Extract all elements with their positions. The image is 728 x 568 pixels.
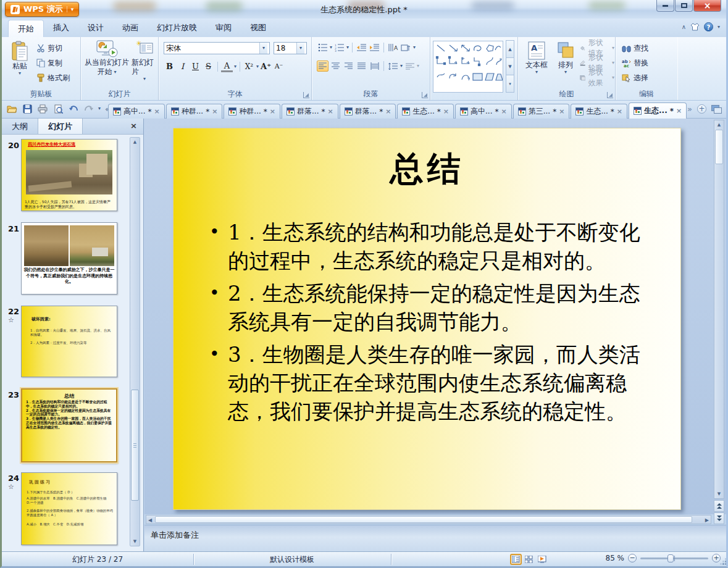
paste-button[interactable]: 粘贴 ▾: [7, 41, 33, 76]
notes-pane[interactable]: 单击添加备注: [144, 525, 728, 551]
doc-tab-4[interactable]: 群落...*×: [282, 104, 338, 119]
format-painter-button[interactable]: 格式刷: [36, 72, 70, 84]
play-from-current-dropdown-icon[interactable]: ▾: [114, 70, 116, 75]
tab-close-icon[interactable]: ×: [501, 107, 506, 115]
slide-24-thumbnail[interactable]: 巩固练习 1.下列属于生态系统的是（ D ） A.池塘中的水草 B.池塘中的鱼 …: [21, 472, 117, 545]
window-resize-grip[interactable]: [725, 563, 727, 565]
tab-view[interactable]: 视图: [241, 19, 275, 37]
doc-tab-2[interactable]: 种群...*×: [166, 104, 223, 119]
new-slide-button[interactable]: ✳ 新幻灯片 ▾: [132, 40, 157, 81]
tab-close-icon[interactable]: ×: [617, 107, 622, 115]
skin-switch-icon[interactable]: [690, 23, 700, 31]
print-button[interactable]: [36, 102, 49, 115]
doc-tab-5[interactable]: 群落...*×: [340, 104, 396, 119]
doc-tab-7[interactable]: 高中...*×: [455, 104, 512, 119]
horizontal-scrollbar[interactable]: ◀ ▶: [146, 515, 711, 524]
scroll-up-icon[interactable]: ▲: [130, 140, 140, 144]
tab-home[interactable]: 开始: [8, 20, 44, 37]
open-button[interactable]: [6, 102, 18, 115]
shapes-scroll-up-icon[interactable]: ▲: [506, 40, 514, 58]
close-button[interactable]: ×: [693, 0, 721, 12]
normal-view-button[interactable]: [510, 554, 522, 565]
numbering-icon[interactable]: 123: [333, 42, 345, 53]
slide-bullet-1[interactable]: 1．生态系统的结构和功能总是处于不断变化的过程中，生态系统的稳定只是相对的。: [203, 218, 656, 275]
align-left-icon[interactable]: [317, 61, 328, 72]
replace-button[interactable]: abac 替换: [622, 57, 648, 69]
doc-tab-6[interactable]: 生态...*×: [397, 104, 454, 119]
strikethrough-button[interactable]: S: [203, 61, 214, 72]
font-dialog-launcher-icon[interactable]: [303, 92, 309, 98]
bold-button[interactable]: B: [164, 61, 175, 72]
slide-22-thumbnail[interactable]: 破坏因素: 1．自然因素：火山爆发、地震、泥石流、洪水、台风和海啸。 2．人为因…: [21, 306, 117, 377]
new-document-tab-icon[interactable]: +: [697, 104, 706, 114]
scroll-up-icon[interactable]: ▲: [714, 122, 724, 127]
doc-tab-9[interactable]: 生态...*×: [571, 104, 627, 119]
select-button[interactable]: 选择: [622, 72, 648, 84]
design-template-indicator[interactable]: 默认设计模板: [193, 554, 391, 565]
current-slide[interactable]: 总结 1．生态系统的结构和功能总是处于不断变化的过程中，生态系统的稳定只是相对的…: [173, 128, 681, 510]
slide-bullet-3[interactable]: 3．生物圈是人类生存的唯一家园，而人类活动的干扰正在全球范围内使生态系统偏离稳态…: [203, 340, 656, 425]
zoom-in-button[interactable]: +: [712, 554, 721, 562]
font-color-button[interactable]: A: [221, 61, 233, 72]
new-slide-dropdown-icon[interactable]: ▾: [143, 77, 146, 81]
tab-close-icon[interactable]: ×: [154, 107, 159, 115]
print-preview-button[interactable]: [52, 102, 64, 115]
doc-tab-8[interactable]: 第三...*×: [513, 104, 570, 119]
tab-design[interactable]: 设计: [78, 19, 113, 37]
cut-button[interactable]: 剪切: [36, 42, 62, 54]
undo-button[interactable]: [67, 102, 80, 115]
slide-sorter-view-button[interactable]: [523, 554, 535, 565]
slideshow-view-button[interactable]: [536, 554, 548, 565]
text-direction-icon[interactable]: A: [387, 42, 399, 53]
doc-tab-10-active[interactable]: 生态...*×: [629, 102, 687, 119]
font-color-dropdown-icon[interactable]: ▾: [234, 64, 236, 69]
tab-close-icon[interactable]: ×: [212, 107, 217, 115]
distribute-icon[interactable]: [369, 61, 380, 72]
tab-close-icon[interactable]: ×: [270, 107, 275, 115]
shape-effects-button[interactable]: 形状效果▾: [580, 72, 614, 84]
arrange-dropdown-icon[interactable]: ▾: [564, 70, 567, 75]
outline-tab[interactable]: 大纲: [2, 119, 38, 134]
increase-indent-icon[interactable]: [369, 42, 380, 53]
zoom-slider-handle[interactable]: [667, 554, 674, 562]
italic-button[interactable]: I: [177, 61, 188, 72]
underline-button[interactable]: U: [190, 61, 201, 72]
next-slide-button[interactable]: [714, 512, 724, 524]
zoom-slider[interactable]: [640, 558, 708, 559]
help-icon[interactable]: ?: [704, 22, 713, 31]
font-size-combobox[interactable]: 18 ▾: [274, 42, 307, 54]
textbox-button[interactable]: A 文本框 ▾: [522, 41, 551, 75]
slide-21-thumbnail[interactable]: 我们仍然处在沙尘暴的威胁之下，沙尘暴只是一个符号，真正威胁我们的是生态环境的持续…: [21, 222, 117, 294]
paragraph-spacing-dropdown-icon[interactable]: ▾: [417, 64, 419, 69]
tab-list-icon[interactable]: [711, 105, 721, 113]
vertical-scrollbar-thumb[interactable]: [715, 130, 723, 164]
horizontal-scrollbar-thumb[interactable]: [155, 516, 692, 523]
arrange-button[interactable]: 排列 ▾: [553, 41, 579, 75]
increase-font-button[interactable]: A⁺: [260, 61, 272, 72]
scroll-down-icon[interactable]: ▼: [714, 491, 724, 496]
font-name-combobox[interactable]: 宋体 ▾: [164, 42, 270, 54]
tab-slideshow[interactable]: 幻灯片放映: [148, 19, 206, 37]
tab-close-icon[interactable]: ×: [676, 107, 682, 115]
align-center-icon[interactable]: [330, 61, 341, 72]
rotate-text-icon[interactable]: [400, 42, 412, 53]
qat-customize-dropdown-icon[interactable]: ▾: [98, 106, 101, 111]
play-from-current-button[interactable]: 从当前幻灯片 开始▾: [83, 40, 130, 77]
vertical-scrollbar[interactable]: ▲ ▼: [714, 120, 724, 499]
minimize-button[interactable]: [656, 0, 674, 12]
slide-bullet-2[interactable]: 2．生态系统能保持一定的稳定性是因为生态系统具有一定的自我调节能力。: [203, 279, 656, 336]
tab-scroll-right-icon[interactable]: »: [687, 104, 692, 114]
slide-title[interactable]: 总结: [174, 147, 680, 192]
bullets-dropdown-icon[interactable]: ▾: [330, 45, 332, 50]
collapse-ribbon-icon[interactable]: ∧: [682, 23, 686, 30]
shapes-gallery[interactable]: [433, 41, 503, 93]
textbox-dropdown-icon[interactable]: ▾: [535, 70, 538, 75]
tab-insert[interactable]: 插入: [44, 19, 78, 37]
paragraph-dialog-launcher-icon[interactable]: [422, 92, 428, 98]
slide-body-text[interactable]: 1．生态系统的结构和功能总是处于不断变化的过程中，生态系统的稳定只是相对的。 2…: [174, 218, 680, 425]
decrease-font-button[interactable]: A⁻: [273, 61, 285, 72]
align-right-icon[interactable]: [343, 61, 354, 72]
tab-animation[interactable]: 动画: [113, 19, 148, 37]
copy-button[interactable]: 复制: [36, 57, 62, 69]
paragraph-spacing-icon[interactable]: [404, 61, 416, 72]
